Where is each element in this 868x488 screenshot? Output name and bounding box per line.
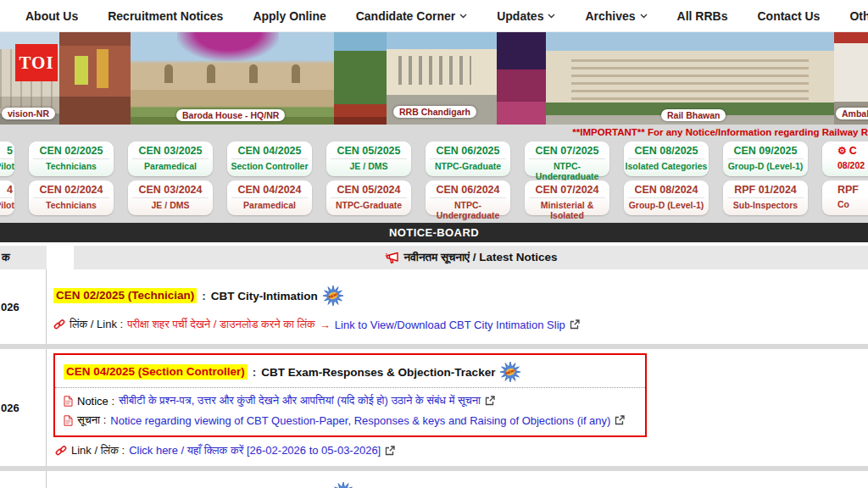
cen-card-08-2025[interactable]: CEN 08/2025Isolated Categories xyxy=(624,141,709,176)
cen-card-02-2025[interactable]: CEN 02/2025Technicians xyxy=(29,141,114,176)
cbt-city-intimation-link[interactable]: Link to View/Download CBT City Intimatio… xyxy=(335,319,565,331)
important-marquee: **IMPORTANT** For any Notice/Information… xyxy=(0,126,868,139)
cen-strip: **IMPORTANT** For any Notice/Information… xyxy=(0,125,868,223)
notice-row-cen04-2025: 026 CEN 04/2025 (Section Controller) : C… xyxy=(0,349,868,466)
nav-all-rrbs[interactable]: All RRBs xyxy=(677,9,728,23)
notice-title: CBT Exam-Responses & Objection-Tracker xyxy=(261,366,495,379)
notice-date: 026 xyxy=(0,269,47,344)
external-link-icon[interactable] xyxy=(615,415,625,425)
latest-notices-header: नवीनतम सूचनाएं / Latest Notices xyxy=(74,246,868,269)
notice-row-cen02-2025: 026 CEN 02/2025 (Technician) : CBT City-… xyxy=(0,269,868,344)
new-starburst-icon xyxy=(333,482,353,488)
nav-apply-online[interactable]: Apply Online xyxy=(253,9,326,23)
cen-card-07-2024[interactable]: CEN 07/2024Ministerial & Isolated xyxy=(525,180,609,215)
top-navigation: About Us Recruitment Notices Apply Onlin… xyxy=(0,0,868,32)
gear-icon: ⚙ xyxy=(837,145,847,157)
cen-row-2024: 4Pilot CEN 02/2024Technicians CEN 03/202… xyxy=(0,180,868,215)
cen-label-highlight: CEN 04/2025 (Section Controller) xyxy=(64,364,248,380)
notice-date: 026 xyxy=(0,349,47,466)
latest-notices-body: 026 CEN 02/2025 (Technician) : CBT City-… xyxy=(0,269,868,488)
chevron-down-icon xyxy=(548,14,555,19)
toi-logo: TOI xyxy=(15,44,58,81)
notice-link-line: Link / लिंक : Click here / यहाँ क्लिक कर… xyxy=(55,444,868,458)
notice-board-bar: NOTICE-BOARD xyxy=(0,223,868,242)
nav-about-us[interactable]: About Us xyxy=(25,9,78,23)
banner-photo-brick-building xyxy=(59,32,131,125)
cbt-objection-notice-hindi-link[interactable]: सीबीटी के प्रश्न-पत्र, उत्तर और कुंजी दे… xyxy=(119,394,481,408)
cen-card-01-2024-partial[interactable]: 4Pilot xyxy=(0,180,14,215)
notice-row-partial xyxy=(0,471,868,488)
cen-card-04-2024[interactable]: CEN 04/2024Paramedical xyxy=(227,180,312,215)
cen-label-highlight: CEN 02/2025 (Technician) xyxy=(53,288,197,303)
external-link-icon[interactable] xyxy=(570,319,580,330)
notice-pdf-line-hindi: Notice : सीबीटी के प्रश्न-पत्र, उत्तर और… xyxy=(64,394,637,408)
rpf-card-01-2024[interactable]: RPF 01/2024Sub-Inspectors xyxy=(723,180,808,215)
external-link-icon[interactable] xyxy=(385,446,395,456)
cen-card-04-2025[interactable]: CEN 04/2025Section Controller xyxy=(227,141,312,176)
cen-card-01-2025-partial[interactable]: 5Pilot xyxy=(0,141,14,176)
cen-card-03-2024[interactable]: CEN 03/2024JE / DMS xyxy=(128,180,213,215)
link-chain-icon xyxy=(55,445,67,457)
banner-caption-division-nr: vision-NR xyxy=(2,108,55,119)
chevron-down-icon xyxy=(640,14,648,19)
pdf-icon xyxy=(64,396,73,407)
notice-link-line: लिंक / Link : परीक्षा शहर पर्ची देखने / … xyxy=(53,318,868,331)
cen-card-07-2025[interactable]: CEN 07/2025NTPC-Undergraduate xyxy=(525,141,609,176)
nav-updates[interactable]: Updates xyxy=(497,9,555,23)
dotted-divider xyxy=(55,387,645,388)
cen-card-03-2025[interactable]: CEN 03/2025Paramedical xyxy=(128,141,213,176)
new-starburst-icon: NEW! xyxy=(500,362,520,382)
cen-card-05-2024[interactable]: CEN 05/2024NTPC-Graduate xyxy=(326,180,411,215)
objection-tracker-click-here-link[interactable]: Click here / यहाँ क्लिक करें [26-02-2026… xyxy=(129,444,381,458)
banner-caption-baroda-house: Baroda House - HQ/NR xyxy=(176,109,285,121)
cen-card-09-2025[interactable]: CEN 09/2025Group-D (Level-1) xyxy=(723,141,808,176)
banner-photo-trees xyxy=(334,32,387,125)
banner-caption-rrb-chandigarh: RRB Chandigarh xyxy=(393,106,476,118)
notice-title-line: CEN 04/2025 (Section Controller) : CBT E… xyxy=(64,362,637,382)
cen-row-2025: 5Pilot CEN 02/2025Technicians CEN 03/202… xyxy=(0,141,868,176)
external-link-icon[interactable] xyxy=(485,396,495,406)
nav-archives[interactable]: Archives xyxy=(585,9,647,23)
new-starburst-icon: NEW! xyxy=(323,286,343,306)
notice-date xyxy=(0,471,47,488)
notice-title-line: CEN 02/2025 (Technician) : CBT City-Inti… xyxy=(53,286,868,306)
rpf-card-right-partial-2024[interactable]: RPF Co xyxy=(822,180,868,215)
cen-card-right-partial-2025[interactable]: ⚙C 08/202 xyxy=(822,141,868,176)
notice-pdf-line-english: सूचना : Notice regarding viewing of CBT … xyxy=(64,413,637,427)
banner-caption-ambala: Ambala xyxy=(836,108,868,119)
cen-card-05-2025[interactable]: CEN 05/2025JE / DMS xyxy=(326,141,411,176)
cen-card-02-2024[interactable]: CEN 02/2024Technicians xyxy=(29,180,114,215)
link-hindi-text[interactable]: परीक्षा शहर पर्ची देखने / डाउनलोड करने क… xyxy=(127,318,315,331)
cen-card-06-2024[interactable]: CEN 06/2024NTPC-Undergraduate xyxy=(426,180,510,215)
banner-caption-rail-bhawan: Rail Bhawan xyxy=(661,109,726,121)
notice-title: CBT City-Intimation xyxy=(211,290,318,302)
nav-other-important-link[interactable]: Other Important Link xyxy=(849,9,868,23)
banner-photo-festival xyxy=(497,32,546,125)
cbt-objection-notice-english-link[interactable]: Notice regarding viewing of CBT Question… xyxy=(110,414,610,427)
highlighted-notice-box: CEN 04/2025 (Section Controller) : CBT E… xyxy=(53,353,647,437)
pdf-icon xyxy=(64,415,73,426)
nav-contact-us[interactable]: Contact Us xyxy=(757,9,820,23)
date-column-header: क xyxy=(0,246,47,269)
photo-banner: TOI vision-NR Baroda House - HQ/NR RRB C… xyxy=(0,32,868,125)
nav-candidate-corner[interactable]: Candidate Corner xyxy=(356,9,467,23)
cen-card-06-2025[interactable]: CEN 06/2025NTPC-Graduate xyxy=(426,141,510,176)
megaphone-icon xyxy=(385,252,399,264)
nav-recruitment-notices[interactable]: Recruitment Notices xyxy=(108,9,223,23)
link-chain-icon xyxy=(53,319,65,330)
cen-card-08-2024[interactable]: CEN 08/2024Group-D (Level-1) xyxy=(624,180,709,215)
latest-notices-header-row: क नवीनतम सूचनाएं / Latest Notices xyxy=(0,246,868,269)
chevron-down-icon xyxy=(459,14,467,19)
